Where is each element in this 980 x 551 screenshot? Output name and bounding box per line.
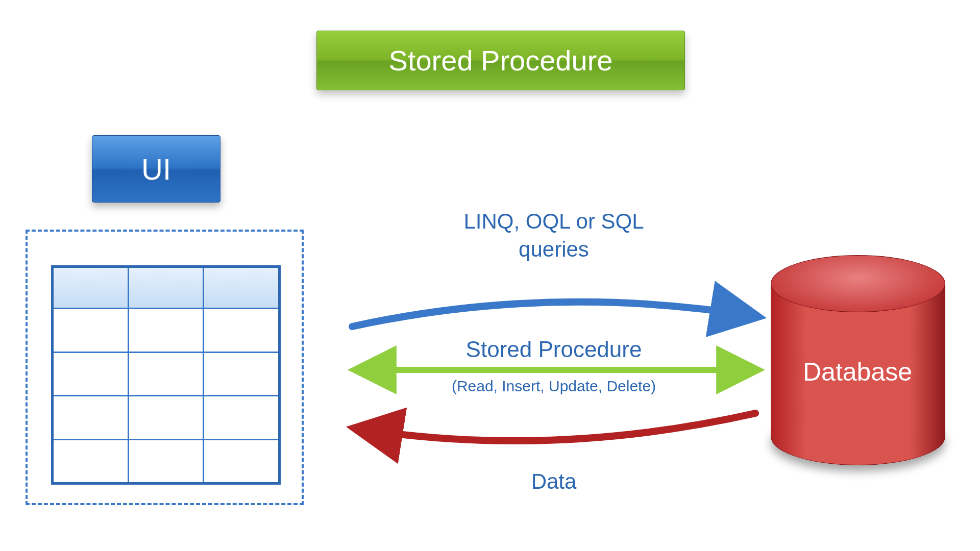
ui-label-text: UI: [141, 152, 171, 186]
datagrid-cell: [204, 309, 278, 352]
datagrid-header-cell: [129, 268, 205, 308]
datagrid-cell: [129, 353, 205, 395]
datagrid-body: [54, 308, 278, 482]
datagrid-cell: [129, 440, 205, 483]
stored-procedure-label: Stored Procedure: [416, 337, 692, 362]
title-badge: Stored Procedure: [316, 31, 685, 90]
title-text: Stored Procedure: [389, 44, 613, 77]
diagram-stage: Stored Procedure UI: [0, 0, 980, 551]
database-icon: Database: [771, 255, 944, 464]
datagrid-row: [54, 352, 278, 395]
datagrid-header-cell: [204, 268, 278, 308]
datagrid-cell: [54, 353, 129, 395]
queries-label-line1: LINQ, OQL or SQL: [416, 209, 692, 234]
data-arrow: [357, 413, 755, 441]
datagrid-cell: [204, 440, 278, 483]
datagrid-row: [54, 308, 278, 352]
datagrid-header: [54, 268, 278, 308]
datagrid-cell: [129, 309, 205, 352]
datagrid-row: [54, 439, 278, 483]
stored-procedure-sublabel: (Read, Insert, Update, Delete): [416, 378, 692, 395]
datagrid-icon: [51, 265, 281, 485]
database-label: Database: [771, 357, 944, 387]
ui-badge: UI: [92, 135, 220, 203]
datagrid-cell: [204, 396, 278, 439]
queries-arrow: [352, 302, 755, 327]
queries-label-line2: queries: [416, 237, 692, 262]
datagrid-cell: [204, 353, 278, 395]
datagrid-header-cell: [54, 268, 129, 308]
datagrid-cell: [129, 396, 205, 439]
datagrid-cell: [54, 309, 129, 352]
data-label: Data: [416, 469, 692, 494]
database-top: [771, 255, 945, 312]
datagrid-cell: [54, 396, 129, 439]
datagrid-row: [54, 395, 278, 439]
datagrid-cell: [54, 440, 129, 483]
